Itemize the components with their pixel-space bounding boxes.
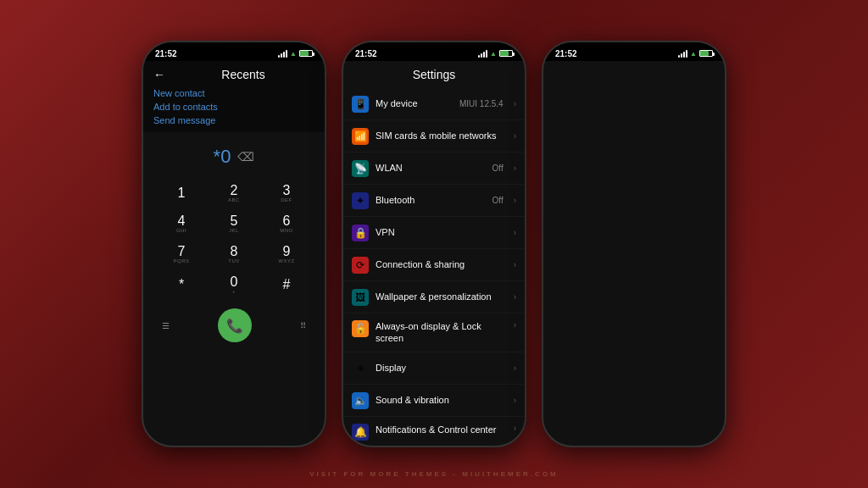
key-letters: MNO: [280, 228, 293, 233]
chevron-4: ›: [514, 228, 516, 237]
chevron-0: ›: [514, 99, 516, 108]
settings-text-10: Notifications & Control center: [376, 424, 504, 435]
dial-key-4[interactable]: 4GHI: [155, 208, 208, 239]
settings-item-9[interactable]: 🔈 Sound & vibration ›: [343, 385, 525, 417]
settings-item-1[interactable]: 📶 SIM cards & mobile networks ›: [343, 120, 525, 152]
settings-item-0[interactable]: 📱 My device MIUI 12.5.4 ›: [343, 88, 525, 120]
grid-icon[interactable]: ⠿: [300, 321, 306, 330]
settings-icon-4: 🔒: [352, 225, 369, 241]
settings-item-6[interactable]: 🖼 Wallpaper & personalization ›: [343, 281, 525, 313]
phone1-nav: ← Recents: [153, 68, 314, 81]
settings-name-9: Sound & vibration: [376, 394, 504, 406]
settings-name-2: WLAN: [376, 162, 486, 174]
dial-key-8[interactable]: 8TUV: [208, 239, 260, 269]
settings-list: 📱 My device MIUI 12.5.4 › 📶 SIM cards & …: [343, 88, 525, 447]
send-message-button[interactable]: Send message: [153, 115, 314, 125]
dial-key-9[interactable]: 9WXYZ: [260, 239, 313, 269]
key-letters: GHI: [176, 228, 186, 233]
back-button[interactable]: ←: [153, 68, 165, 81]
dial-key-0[interactable]: 0+: [208, 269, 260, 300]
key-letters: +: [232, 289, 236, 294]
settings-name-10: Notifications & Control center: [376, 424, 504, 435]
dial-key-5[interactable]: 5JKL: [208, 208, 260, 239]
settings-item-10[interactable]: 🔔 Notifications & Control center ›: [343, 417, 525, 447]
settings-name-0: My device: [376, 97, 453, 109]
new-contact-button[interactable]: New contact: [153, 88, 314, 98]
battery-icon-3: [699, 50, 713, 57]
chevron-2: ›: [514, 164, 516, 173]
key-num: *: [179, 278, 184, 291]
settings-name-8: Display: [376, 362, 504, 374]
notch-3: [609, 42, 659, 51]
key-letters: PQRS: [173, 258, 189, 263]
phone1-screen: ← Recents New contact Add to contacts Se…: [143, 61, 325, 349]
dialer-display: *0 ⌫: [148, 136, 320, 175]
key-num: 1: [178, 186, 186, 200]
time-3: 21:52: [555, 49, 577, 58]
dialer-bottom: ☰ 📞 ⠿: [148, 303, 320, 349]
call-button[interactable]: 📞: [218, 308, 252, 342]
phone1-top: ← Recents New contact Add to contacts Se…: [143, 61, 325, 132]
settings-text-0: My device: [376, 97, 453, 109]
settings-item-5[interactable]: ⟳ Connection & sharing ›: [343, 249, 525, 281]
network-icon-2: ▲: [490, 50, 497, 58]
key-letters: DEF: [281, 197, 292, 202]
status-icons-3: ▲: [678, 49, 713, 58]
settings-item-4[interactable]: 🔒 VPN ›: [343, 217, 525, 249]
settings-value-0: MIUI 12.5.4: [459, 99, 504, 108]
dial-key-*[interactable]: *: [155, 269, 208, 300]
phone-3: 21:52 ▲: [542, 41, 726, 447]
settings-icon-10: 🔔: [352, 424, 369, 441]
signal-icon-1: [278, 49, 287, 58]
settings-name-3: Bluetooth: [376, 194, 486, 206]
key-letters: JKL: [229, 228, 239, 233]
phone-1: 21:52 ▲ ← R: [142, 41, 326, 447]
phone2-screen: Settings 📱 My device MIUI 12.5.4 › 📶 SIM…: [343, 61, 525, 447]
key-letters: WXYZ: [278, 258, 294, 263]
dialer-section: *0 ⌫ 12ABC3DEF4GHI5JKL6MNO7PQRS8TUV9WXYZ…: [148, 136, 320, 349]
chevron-7: ›: [514, 320, 516, 330]
backspace-button[interactable]: ⌫: [237, 150, 254, 164]
settings-icon-1: 📶: [352, 128, 369, 145]
settings-text-3: Bluetooth: [376, 194, 486, 206]
settings-text-8: Display: [376, 362, 504, 374]
dial-key-2[interactable]: 2ABC: [208, 178, 260, 208]
settings-name-5: Connection & sharing: [376, 258, 504, 270]
dialer-text: *0: [214, 146, 231, 168]
chevron-1: ›: [514, 131, 516, 141]
dial-key-#[interactable]: #: [260, 269, 313, 300]
notch-1: [209, 42, 259, 51]
dial-key-1[interactable]: 1: [155, 178, 208, 208]
settings-name-7: Always-on display & Lock screen: [376, 320, 504, 345]
key-letters: ABC: [228, 197, 240, 202]
add-to-contacts-button[interactable]: Add to contacts: [153, 102, 314, 112]
dial-key-7[interactable]: 7PQRS: [155, 239, 208, 269]
settings-title: Settings: [343, 61, 525, 88]
settings-text-7: Always-on display & Lock screen: [376, 320, 504, 345]
dial-key-3[interactable]: 3DEF: [260, 178, 313, 208]
settings-icon-5: ⟳: [352, 257, 369, 274]
wifi-icon-1: ▲: [290, 50, 297, 58]
key-num: 5: [231, 214, 238, 228]
settings-icon-3: ✦: [352, 192, 369, 209]
battery-icon-1: [299, 50, 313, 57]
key-num: 0: [231, 275, 238, 289]
settings-icon-7: 🔓: [352, 320, 369, 337]
settings-item-3[interactable]: ✦ Bluetooth Off ›: [343, 185, 525, 217]
key-num: 9: [283, 245, 291, 258]
watermark: VISIT FOR MORE THEMES - MIUITHEMER.COM: [309, 470, 559, 478]
chevron-6: ›: [514, 292, 516, 302]
key-num: 6: [283, 214, 291, 228]
dial-key-6[interactable]: 6MNO: [260, 208, 313, 239]
chevron-8: ›: [514, 363, 516, 373]
settings-text-1: SIM cards & mobile networks: [376, 130, 504, 141]
settings-item-2[interactable]: 📡 WLAN Off ›: [343, 152, 525, 185]
contact-actions: New contact Add to contacts Send message: [153, 86, 314, 127]
phone-2: 21:52 ▲ Settings 📱 My device: [342, 41, 526, 447]
settings-item-8[interactable]: ☀ Display ›: [343, 352, 525, 385]
settings-item-7[interactable]: 🔓 Always-on display & Lock screen ›: [343, 313, 525, 352]
menu-icon[interactable]: ☰: [162, 321, 170, 330]
key-num: 4: [178, 214, 186, 228]
recents-title: Recents: [172, 68, 314, 81]
key-num: #: [283, 278, 291, 291]
